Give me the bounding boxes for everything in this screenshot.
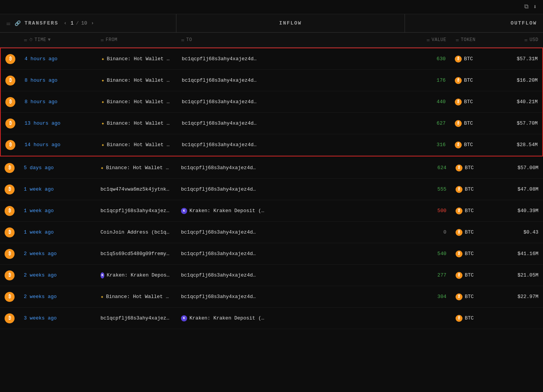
table-row[interactable]: ₿ 1 week ago bc1qw474vwa6mz5k4jytnke592x… [0,179,543,200]
row-token: ₿ BTC [451,247,501,261]
row-token: ₿ BTC [450,52,500,66]
filter-usd-icon: ⚌ [524,38,528,42]
col-to-label: TO [186,37,192,43]
copy-icon[interactable]: ⧉ [524,3,528,11]
table-row[interactable]: ₿ 2 weeks ago ✦ Binance: Hot Wallet (bc1… [0,286,543,308]
row-to[interactable]: bc1qcpflj68s3ahy4xajez4d8v3vk28pvf7... [177,95,412,109]
binance-icon: ✦ [101,142,104,148]
row-from[interactable]: bc1qw474vwa6mz5k4jytnke592x6461fkkmp5 [96,183,176,196]
row-usd: $0.43 [501,226,543,239]
row-to[interactable]: bc1qcpflj68s3ahy4xajez4d8v3vk28pvf7... [177,74,412,87]
row-value: 176 [412,74,450,87]
row-from[interactable]: ✦ Binance: Hot Wallet (bc1qm) [96,290,176,304]
token-label: BTC [465,272,474,278]
inflow-label: INFLOW [279,20,302,26]
page-current: 1 [71,20,74,26]
col-to[interactable]: ⚌ TO [176,35,413,45]
col-from[interactable]: ⚌ FROM [96,35,176,45]
table-row[interactable]: ₿ 14 hours ago ✦ Binance: Hot Wallet (bc… [1,134,542,156]
outflow-header: OUTFLOW [405,14,543,32]
row-from[interactable]: K Kraken: Kraken Deposit (32ret)(+4) [96,268,176,282]
row-from[interactable]: CoinJoin Address (bc1ql) [96,226,176,239]
row-time: 3 weeks ago [19,311,96,325]
row-usd: $57.00M [501,161,543,175]
row-to[interactable]: bc1qcpflj68s3ahy4xajez4d8v3vk28pvf7... [177,117,412,130]
col-token[interactable]: ⚌ TOKEN [451,35,501,45]
transfers-section: ⚌ 🔗 TRANSFERS ‹ 1 / 10 › [0,14,176,32]
row-token: ₿ BTC [451,311,501,326]
from-address: Binance: Hot Wallet (bc1qm) [107,142,173,148]
table-row[interactable]: ₿ 8 hours ago ✦ Binance: Hot Wallet (bc1… [1,91,542,113]
col-from-label: FROM [106,37,118,43]
token-label: BTC [465,315,474,321]
row-time: 2 weeks ago [19,247,96,260]
table-row[interactable]: ₿ 13 hours ago ✦ Binance: Hot Wallet (bc… [1,113,542,134]
row-value: 627 [412,117,450,130]
col-value[interactable]: ⚌ VALUE [413,35,451,45]
kraken-icon: K [100,272,104,278]
sort-time-icon[interactable]: ▼ [48,37,51,43]
row-to[interactable]: bc1qcpflj68s3ahy4xajez4d8v3vk28pvf7... [176,247,413,260]
row-token: ₿ BTC [450,116,500,131]
row-to[interactable]: bc1qcpflj68s3ahy4xajez4d8v3vk28pvf7... [177,52,412,66]
col-icon [0,35,19,45]
row-to[interactable]: K Kraken: Kraken Deposit (33VQ4) [176,311,413,325]
row-from[interactable]: ✦ Binance: Hot Wallet (bc1qm) [96,161,176,175]
col-time-label: TIME [35,37,46,43]
row-to[interactable]: bc1qcpflj68s3ahy4xajez4d8v3vk28pvf7... [176,268,413,282]
page-total: 10 [81,20,87,26]
row-btc-icon: ₿ [0,181,19,198]
row-to[interactable]: K Kraken: Kraken Deposit (33VQ4) [176,204,413,218]
row-to[interactable]: bc1qcpflj68s3ahy4xajez4d8v3vk28pvf7... [176,183,413,196]
kraken-icon: K [181,315,187,321]
row-time: 8 hours ago [20,74,97,87]
row-to[interactable]: bc1qcpflj68s3ahy4xajez4d8v3vk28pvf7... [177,138,412,152]
token-label: BTC [464,77,473,83]
col-token-label: TOKEN [461,37,476,43]
to-address: bc1qcpflj68s3ahy4xajez4d8v3vk28pvf7... [182,77,258,83]
download-icon[interactable]: ⬇ [533,3,537,11]
row-to[interactable]: bc1qcpflj68s3ahy4xajez4d8v3vk28pvf7... [176,290,413,303]
to-address: bc1qcpflj68s3ahy4xajez4d8v3vk28pvf7... [181,165,258,171]
row-from[interactable]: bc1qcpflj68s3ahy4xajez4d8v3vk28pvf7... [96,204,176,217]
to-address: bc1qcpflj68s3ahy4xajez4d8v3vk28pvf7... [182,56,258,62]
row-value: 540 [413,247,451,260]
row-to[interactable]: bc1qcpflj68s3ahy4xajez4d8v3vk28pvf7... [176,161,413,175]
col-usd-label: USD [530,37,538,43]
col-usd[interactable]: ⚌ USD [501,35,543,45]
row-to[interactable]: bc1qcpflj68s3ahy4xajez4d8v3vk28pvf7... [176,226,413,239]
table-row[interactable]: ₿ 1 week ago CoinJoin Address (bc1ql) bc… [0,222,543,243]
filter-icon-transfers: ⚌ [6,20,11,26]
table-row[interactable]: ₿ 2 weeks ago bc1q5s69cd5480g09fremyc7n5… [0,243,543,265]
row-from[interactable]: ✦ Binance: Hot Wallet (bc1qm) [97,116,177,130]
row-from[interactable]: ✦ Binance: Hot Wallet (bc1qm) [97,95,177,109]
row-from[interactable]: ✦ Binance: Hot Wallet (bc1qm) [97,52,177,66]
row-usd: $28.54M [500,138,542,152]
row-btc-icon: ₿ [1,50,20,68]
row-time: 4 hours ago [20,52,97,66]
row-value: 555 [413,183,451,196]
row-from[interactable]: ✦ Binance: Hot Wallet (bc1qm) [97,138,177,152]
table-row[interactable]: ₿ 5 days ago ✦ Binance: Hot Wallet (bc1q… [0,157,543,179]
kraken-icon: K [181,208,187,214]
table-row[interactable]: ₿ 4 hours ago ✦ Binance: Hot Wallet (bc1… [1,48,542,70]
top-bar: ⧉ ⬇ [0,0,543,14]
row-from[interactable]: bc1q5s69cd5480g09fremyc7n58vur9w8t04r [96,247,176,260]
to-address: Kraken: Kraken Deposit (33VQ4) [189,315,266,321]
prev-page-button[interactable]: ‹ [62,20,68,27]
token-label: BTC [464,99,473,105]
from-address: Binance: Hot Wallet (bc1qm) [106,165,172,171]
row-usd: $41.16M [501,247,543,260]
row-from[interactable]: bc1qcpflj68s3ahy4xajez4d8v3vk28pvf7... [96,311,176,325]
next-page-button[interactable]: › [89,20,95,27]
filter-token-icon: ⚌ [456,38,459,42]
row-btc-icon: ₿ [0,202,19,220]
table-row[interactable]: ₿ 2 weeks ago K Kraken: Kraken Deposit (… [0,265,543,286]
table-row[interactable]: ₿ 8 hours ago ✦ Binance: Hot Wallet (bc1… [1,70,542,91]
col-time[interactable]: ⚌ ⏱ TIME ▼ [19,35,96,45]
row-token: ₿ BTC [451,290,501,304]
row-usd: $57.70M [500,117,542,130]
table-row[interactable]: ₿ 1 week ago bc1qcpflj68s3ahy4xajez4d8v3… [0,200,543,222]
row-from[interactable]: ✦ Binance: Hot Wallet (bc1qm) [97,73,177,87]
table-row[interactable]: ₿ 3 weeks ago bc1qcpflj68s3ahy4xajez4d8v… [0,308,543,329]
